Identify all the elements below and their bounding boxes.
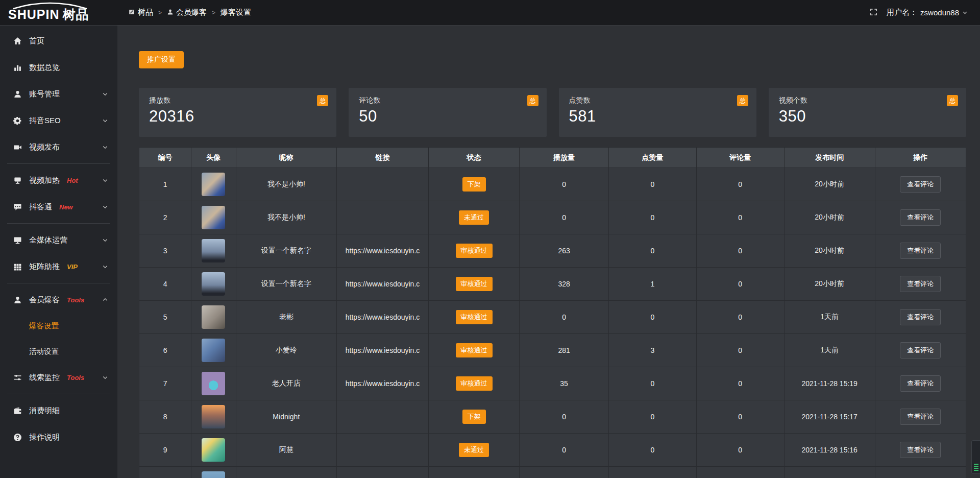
cell-publish-time: 2021-11-28 15:16 xyxy=(784,434,875,467)
main-content: 推广设置 播放数20316总评论数50总点赞数581总视频个数350总 编号头像… xyxy=(117,26,980,478)
cell-publish-time: 2021-11-28 15:17 xyxy=(784,400,875,434)
cell-status: 未通过 xyxy=(428,434,519,467)
app-logo[interactable]: SHUPIN树品 xyxy=(0,0,117,26)
cell-index: 8 xyxy=(139,400,191,434)
sidebar-item[interactable]: 视频发布 xyxy=(0,134,117,160)
member-icon xyxy=(13,296,22,304)
floating-helper-widget[interactable] xyxy=(971,440,980,474)
cell-plays: 0 xyxy=(520,201,609,234)
stat-card-value: 581 xyxy=(569,107,747,126)
cell-link[interactable]: https://www.iesdouyin.c xyxy=(337,367,429,400)
view-comments-button[interactable]: 查看评论 xyxy=(900,276,941,292)
table-row: 3设置一个新名字https://www.iesdouyin.c审核通过26300… xyxy=(139,234,966,268)
cell-action: 查看评论 xyxy=(875,367,966,400)
cell-likes: 0 xyxy=(609,400,697,434)
cell-status: 下架 xyxy=(428,168,519,201)
cell-publish-time: 1天前 xyxy=(784,334,875,367)
cell-status xyxy=(428,467,519,478)
breadcrumb-item[interactable]: 树品 xyxy=(129,8,153,17)
sidebar-item[interactable]: 会员爆客Tools xyxy=(0,286,117,313)
cell-nickname: 老彬 xyxy=(236,301,337,334)
chevron-down-icon xyxy=(102,117,108,124)
sidebar-item[interactable]: 抖客通New xyxy=(0,194,117,220)
fullscreen-icon[interactable] xyxy=(870,8,877,17)
cell-nickname: Midnight xyxy=(236,400,337,434)
cell-nickname: 阿慧 xyxy=(236,434,337,467)
sidebar-item[interactable]: 账号管理 xyxy=(0,81,117,107)
cell-link[interactable]: https://www.iesdouyin.c xyxy=(337,301,429,334)
cell-action: 查看评论 xyxy=(875,168,966,201)
sidebar-item-label: 视频加热 xyxy=(29,176,60,185)
sidebar-item[interactable]: 抖音SEO xyxy=(0,107,117,134)
sidebar-subitem[interactable]: 爆客设置 xyxy=(0,313,117,339)
cell-comments xyxy=(696,467,784,478)
cell-nickname: 小爱玲 xyxy=(236,334,337,367)
chevron-down-icon xyxy=(102,144,108,150)
stat-card-total-badge: 总 xyxy=(527,95,538,106)
cell-link[interactable]: https://www.iesdouyin.c xyxy=(337,268,429,301)
promo-settings-button[interactable]: 推广设置 xyxy=(139,51,184,68)
table-body: 1我不是小帅!下架00020小时前查看评论2我不是小帅!未通过00020小时前查… xyxy=(139,168,966,478)
sidebar-item[interactable]: 消费明细 xyxy=(0,397,117,424)
view-comments-button[interactable]: 查看评论 xyxy=(900,209,941,226)
sidebar-item[interactable]: 数据总览 xyxy=(0,54,117,81)
cell-comments: 0 xyxy=(696,201,784,234)
cell-index: 4 xyxy=(139,268,191,301)
cell-comments: 0 xyxy=(696,301,784,334)
column-header: 播放量 xyxy=(520,148,609,168)
cell-plays: 263 xyxy=(520,234,609,268)
column-header: 昵称 xyxy=(236,148,337,168)
stat-card-total-badge: 总 xyxy=(947,95,958,106)
cell-likes: 0 xyxy=(609,301,697,334)
cell-likes: 0 xyxy=(609,367,697,400)
cell-publish-time xyxy=(784,467,875,478)
column-header: 编号 xyxy=(139,148,191,168)
sidebar-item-label: 抖音SEO xyxy=(29,116,61,126)
breadcrumb-label: 树品 xyxy=(138,8,153,17)
cell-link[interactable]: https://www.iesdouyin.c xyxy=(337,334,429,367)
cell-likes: 1 xyxy=(609,268,697,301)
cell-index: 2 xyxy=(139,201,191,234)
chevron-up-icon xyxy=(102,297,108,303)
status-badge: 审核通过 xyxy=(456,244,493,258)
view-comments-button[interactable]: 查看评论 xyxy=(900,409,941,425)
sidebar-item[interactable]: 全媒体运营 xyxy=(0,227,117,253)
view-comments-button[interactable]: 查看评论 xyxy=(900,309,941,325)
sidebar-item[interactable]: 线索监控Tools xyxy=(0,364,117,391)
cell-action: 查看评论 xyxy=(875,434,966,467)
breadcrumb-item[interactable]: 爆客设置 xyxy=(220,8,251,17)
sidebar-item-badge: Tools xyxy=(67,296,84,304)
sidebar-item[interactable]: 视频加热Hot xyxy=(0,167,117,194)
user-menu[interactable]: 用户名：zswodun88 xyxy=(887,8,968,17)
sidebar-item[interactable]: 矩阵助推VIP xyxy=(0,253,117,280)
view-comments-button[interactable]: 查看评论 xyxy=(900,176,941,193)
table-row: 2我不是小帅!未通过00020小时前查看评论 xyxy=(139,201,966,234)
chevron-down-icon xyxy=(102,177,108,183)
cell-avatar xyxy=(191,334,236,367)
table-row: 7老人开店https://www.iesdouyin.c审核通过35002021… xyxy=(139,367,966,400)
topbar: SHUPIN树品 树品>会员爆客>爆客设置 用户名：zswodun88 xyxy=(0,0,980,26)
cell-likes: 3 xyxy=(609,334,697,367)
sidebar-divider xyxy=(7,283,110,283)
cell-nickname: 设置一个新名字 xyxy=(236,234,337,268)
cell-action: 查看评论 xyxy=(875,334,966,367)
view-comments-button[interactable]: 查看评论 xyxy=(900,243,941,259)
chevron-down-icon xyxy=(102,204,108,210)
sidebar-item-label: 消费明细 xyxy=(29,406,60,416)
stat-card-total-badge: 总 xyxy=(737,95,748,106)
sidebar-item[interactable]: 首页 xyxy=(0,28,117,54)
cell-link xyxy=(337,434,429,467)
cell-link[interactable]: https://www.iesdouyin.c xyxy=(337,234,429,268)
cell-avatar xyxy=(191,234,236,268)
view-comments-button[interactable]: 查看评论 xyxy=(900,342,941,358)
view-comments-button[interactable]: 查看评论 xyxy=(900,375,941,392)
cell-status: 审核通过 xyxy=(428,367,519,400)
sidebar-item-badge: Hot xyxy=(67,177,78,184)
cell-avatar xyxy=(191,467,236,478)
sidebar-subitem[interactable]: 活动设置 xyxy=(0,339,117,364)
stat-card-value: 350 xyxy=(779,107,957,126)
breadcrumb-item[interactable]: 会员爆客 xyxy=(167,8,207,17)
column-header: 头像 xyxy=(191,148,236,168)
sidebar-item[interactable]: 操作说明 xyxy=(0,424,117,450)
view-comments-button[interactable]: 查看评论 xyxy=(900,442,941,458)
